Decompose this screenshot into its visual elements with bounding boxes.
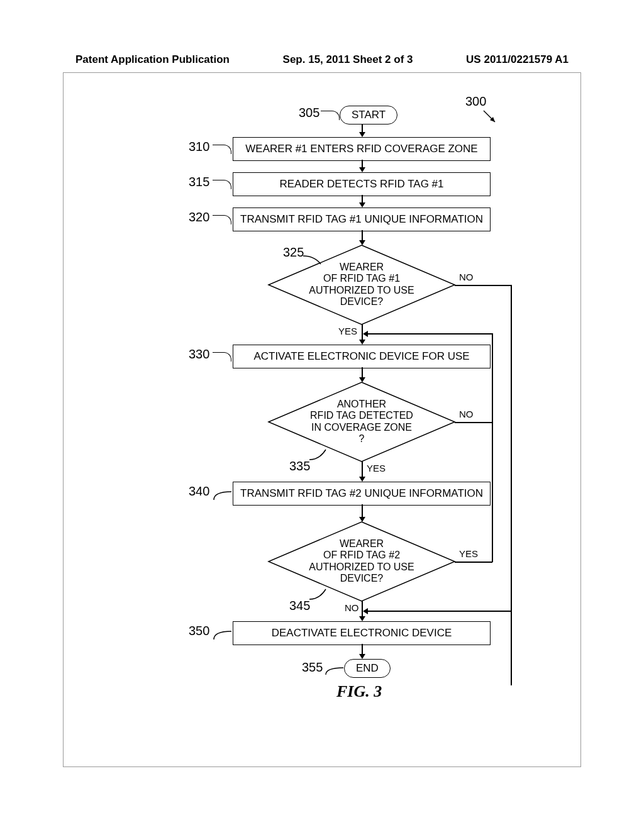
ref-355: 355	[302, 660, 323, 675]
ref-345: 345	[289, 599, 310, 613]
decision-345-text: WEARER OF RFID TAG #2 AUTHORIZED TO USE …	[305, 538, 418, 585]
decision-335: ANOTHER RFID TAG DETECTED IN COVERAGE ZO…	[267, 381, 456, 463]
arrow-345-no	[359, 616, 365, 621]
process-340-text: TRANSMIT RFID TAG #2 UNIQUE INFORMATION	[240, 487, 483, 499]
terminal-end: END	[344, 659, 391, 678]
ref-355-connector	[325, 667, 346, 677]
process-310: WEARER #1 ENTERS RFID COVERAGE ZONE	[233, 137, 491, 161]
ref-340: 340	[189, 484, 209, 499]
figure-label: FIG. 3	[336, 682, 382, 701]
process-350: DEACTIVATE ELECTRONIC DEVICE	[233, 621, 491, 645]
arrow-305-310	[359, 132, 365, 137]
decision-335-text: ANOTHER RFID TAG DETECTED IN COVERAGE ZO…	[305, 399, 418, 445]
arrow-350-355	[359, 654, 365, 659]
line-345-yes-v	[492, 333, 493, 562]
process-310-text: WEARER #1 ENTERS RFID COVERAGE ZONE	[245, 143, 477, 155]
end-text: END	[356, 662, 379, 674]
ref-335-connector	[308, 448, 330, 462]
ref-300: 300	[465, 94, 486, 109]
ref-320-connector	[213, 215, 231, 224]
process-330-text: ACTIVATE ELECTRONIC DEVICE FOR USE	[253, 350, 469, 362]
header-left: Patent Application Publication	[75, 53, 230, 66]
label-325-yes: YES	[338, 326, 357, 336]
arrow-335-yes	[359, 477, 365, 482]
ref-310: 310	[189, 140, 209, 154]
ref-350: 350	[189, 624, 209, 638]
process-315-text: READER DETECTS RFID TAG #1	[279, 178, 443, 190]
ref-335: 335	[289, 459, 310, 473]
line-345-yes-h	[455, 562, 492, 563]
ref-300-pointer	[481, 108, 500, 127]
line-335-no-h	[455, 422, 492, 423]
header-right: US 2011/0221579 A1	[466, 53, 569, 66]
arrow-315-320	[359, 202, 365, 208]
ref-350-connector	[213, 630, 234, 641]
ref-325-connector	[302, 255, 324, 267]
label-335-no: NO	[459, 409, 474, 419]
arrow-325-yes	[359, 340, 365, 345]
label-325-no: NO	[459, 272, 474, 282]
process-340: TRANSMIT RFID TAG #2 UNIQUE INFORMATION	[233, 482, 491, 506]
process-350-text: DEACTIVATE ELECTRONIC DEVICE	[272, 627, 452, 639]
process-320-text: TRANSMIT RFID TAG #1 UNIQUE INFORMATION	[240, 213, 483, 225]
ref-330: 330	[189, 347, 209, 362]
start-text: START	[352, 109, 386, 121]
decision-345: WEARER OF RFID TAG #2 AUTHORIZED TO USE …	[267, 521, 456, 602]
label-345-no: NO	[345, 602, 359, 613]
ref-310-connector	[213, 145, 231, 154]
ref-320: 320	[189, 210, 209, 224]
ref-345-connector	[308, 588, 330, 602]
label-335-yes: YES	[367, 463, 386, 473]
process-320: TRANSMIT RFID TAG #1 UNIQUE INFORMATION	[233, 208, 491, 231]
terminal-start: START	[340, 106, 397, 124]
ref-315-connector	[213, 180, 231, 189]
ref-340-connector	[213, 490, 234, 502]
process-315: READER DETECTS RFID TAG #1	[233, 172, 491, 196]
arrow-310-315	[359, 167, 365, 172]
line-325-no-v	[511, 285, 512, 685]
line-return-h-330	[366, 333, 492, 335]
line-325-no-h	[455, 285, 511, 286]
ref-305: 305	[299, 106, 319, 120]
label-345-yes: YES	[459, 548, 478, 559]
ref-325: 325	[283, 245, 304, 260]
ref-330-connector	[213, 352, 231, 362]
ref-305-connector	[321, 111, 340, 120]
page-header: Patent Application Publication Sep. 15, …	[0, 53, 644, 66]
header-center: Sep. 15, 2011 Sheet 2 of 3	[283, 53, 413, 66]
process-330: ACTIVATE ELECTRONIC DEVICE FOR USE	[233, 345, 491, 368]
decision-325-text: WEARER OF RFID TAG #1 AUTHORIZED TO USE …	[305, 262, 418, 308]
line-merge-350-h	[366, 611, 511, 612]
ref-315: 315	[189, 175, 209, 189]
